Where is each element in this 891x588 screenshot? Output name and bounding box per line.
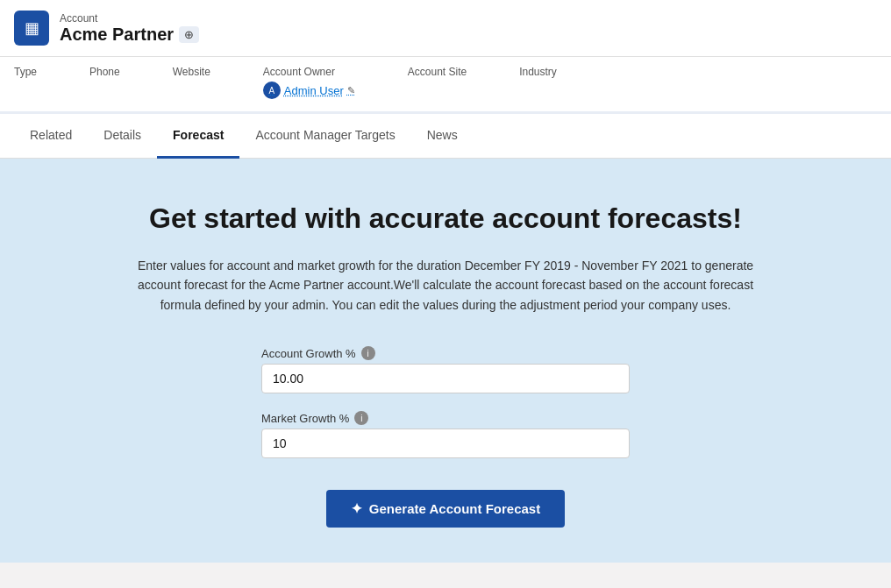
forecast-content: Get started with accurate account foreca… [0,159,891,563]
account-growth-label-row: Account Growth % i [261,346,630,360]
record-badge[interactable]: ⊕ [179,26,199,43]
forecast-heading: Get started with accurate account foreca… [149,202,742,235]
tab-forecast[interactable]: Forecast [157,114,239,159]
tab-news[interactable]: News [411,114,474,159]
forecast-form: Account Growth % i Market Growth % i ✦ G… [261,346,630,528]
account-growth-label: Account Growth % [261,347,356,360]
account-icon: ▦ [14,11,49,46]
account-growth-input[interactable] [261,364,630,393]
edit-owner-icon[interactable]: ✎ [347,85,355,96]
market-growth-label: Market Growth % [261,412,349,425]
meta-owner-value[interactable]: A Admin User ✎ [263,81,355,99]
tab-details[interactable]: Details [88,114,157,159]
market-growth-group: Market Growth % i [261,411,630,458]
meta-industry: Industry [519,66,557,81]
tab-account-manager-targets[interactable]: Account Manager Targets [239,114,410,159]
meta-type: Type [14,66,37,81]
market-growth-input[interactable] [261,429,630,458]
account-growth-group: Account Growth % i [261,346,630,393]
meta-account-owner: Account Owner A Admin User ✎ [263,66,355,99]
generate-forecast-button[interactable]: ✦ Generate Account Forecast [326,490,565,528]
generate-button-label: Generate Account Forecast [369,501,540,516]
account-growth-info-icon[interactable]: i [361,346,375,360]
meta-type-label: Type [14,66,37,78]
header-title-group: Account Acme Partner ⊕ [60,12,199,45]
record-name: Acme Partner [60,25,174,45]
market-growth-label-row: Market Growth % i [261,411,630,425]
meta-owner-label: Account Owner [263,66,355,78]
meta-phone: Phone [89,66,120,81]
meta-phone-label: Phone [89,66,120,78]
meta-website: Website [173,66,210,81]
record-type-label: Account [60,12,199,25]
tab-related[interactable]: Related [14,114,88,159]
forecast-description: Enter values for account and market grow… [130,256,761,315]
meta-account-site: Account Site [408,66,467,81]
meta-industry-label: Industry [519,66,557,78]
page-header: ▦ Account Acme Partner ⊕ [0,0,891,57]
meta-website-label: Website [173,66,210,78]
tabs-bar: Related Details Forecast Account Manager… [0,114,891,159]
record-name-row: Acme Partner ⊕ [60,25,199,45]
avatar: A [263,81,281,99]
meta-bar: Type Phone Website Account Owner A Admin… [0,57,891,114]
generate-icon: ✦ [351,500,362,517]
meta-site-label: Account Site [408,66,467,78]
market-growth-info-icon[interactable]: i [354,411,368,425]
